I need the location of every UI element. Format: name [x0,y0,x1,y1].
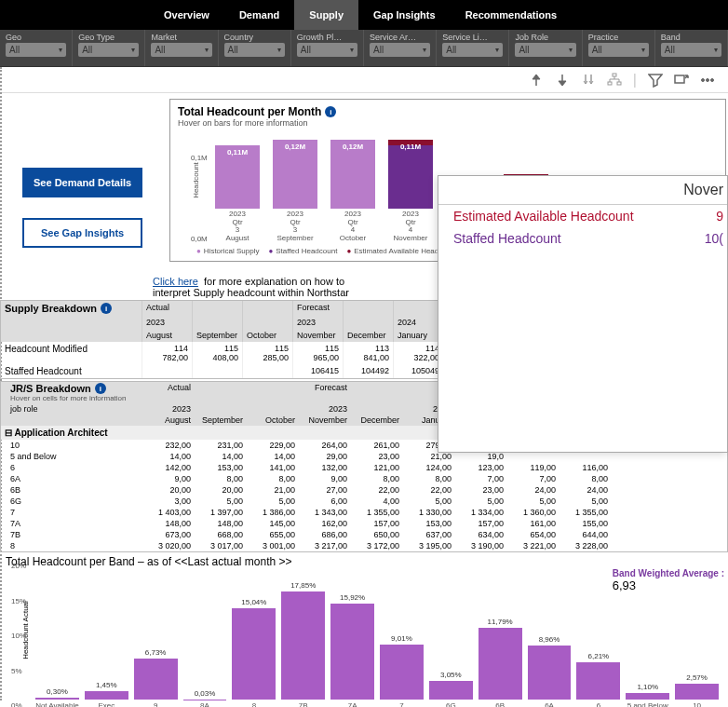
filter-serviceli[interactable]: All▾ [442,43,503,57]
month-bar[interactable]: 0,12M2023Qtr3September [273,140,317,243]
click-here-link[interactable]: Click here [153,276,198,287]
nav-supply[interactable]: Supply [294,0,358,30]
jrs-row[interactable]: 6G3,005,005,006,004,005,005,005,005,00 [1,496,727,507]
band-bar[interactable]: 9,01%7 [380,634,424,707]
drill-down-icon[interactable] [581,73,596,88]
svg-rect-4 [613,74,616,76]
jrs-row[interactable]: 6B20,0020,0021,0027,0022,0022,0023,0024,… [1,484,727,496]
filter-bar: Geo All▾Geo Type All▾Market All▾Country … [0,30,728,67]
svg-rect-6 [617,82,621,85]
band-bar[interactable]: 2,57%10 [675,673,719,707]
top-nav: OverviewDemandSupplyGap InsightsRecommen… [0,0,728,30]
nav-overview[interactable]: Overview [149,0,224,30]
tooltip-title: Nover [438,180,727,205]
jrs-row[interactable]: 6A9,008,008,009,008,008,007,007,008,00 [1,473,727,484]
svg-point-10 [711,78,714,81]
filter-servicear[interactable]: All▾ [370,43,430,57]
band-bar[interactable]: 15,92%7A [330,593,374,707]
expand-hierarchy-icon[interactable] [607,73,622,88]
chart-toolbar: | [0,67,728,93]
nav-gap-insights[interactable]: Gap Insights [358,0,451,30]
sort-desc-icon[interactable] [555,73,570,88]
svg-rect-5 [608,82,612,85]
jrs-row[interactable]: 7A148,00148,00145,00162,00157,00153,0015… [1,518,727,529]
band-bar[interactable]: 0,30%Not Available [35,687,79,707]
band-weighted-average: Band Weighted Average : 6,93 [613,568,724,592]
info-icon[interactable]: i [325,106,336,117]
chart1-subtitle: Hover on bars for more information [178,118,718,128]
filter-geo[interactable]: All▾ [6,43,66,57]
band-bar[interactable]: 17,85%7B [281,581,325,707]
band-bar[interactable]: 15,04%8 [232,598,276,707]
nav-recommendations[interactable]: Recommendations [451,0,572,30]
focus-mode-icon[interactable] [674,73,689,88]
band-bar[interactable]: 3,05%6G [429,671,473,707]
band-bar[interactable]: 1,45%Exec [85,681,128,707]
explain-text: Click here for more explanation on how t… [153,276,349,298]
filter-growthpl[interactable]: All▾ [297,43,357,57]
band-bar[interactable]: 1,10%5 and Below [626,683,669,707]
chart1-ylabel: Headcount [192,162,200,198]
month-bar[interactable]: 0,12M2023Qtr4October [330,140,375,243]
jrs-row[interactable]: 6142,00153,00141,00132,00121,00124,00123… [1,462,727,473]
svg-point-9 [707,78,709,81]
jrs-row[interactable]: 83 020,003 017,003 001,003 217,003 172,0… [1,540,727,551]
hover-tooltip: Nover Estimated Available Headcount9Staf… [438,175,728,453]
svg-point-8 [702,78,705,81]
jrs-row[interactable]: 71 403,001 397,001 386,001 343,001 355,0… [1,507,727,518]
filter-band[interactable]: All▾ [661,43,721,57]
filter-jobrole[interactable]: All▾ [515,43,575,57]
more-options-icon[interactable] [700,73,715,88]
band-bar[interactable]: 8,96%6A [528,635,572,707]
band-bar[interactable]: 0,03%8A [183,689,227,707]
svg-rect-7 [675,75,684,83]
jrs-row[interactable]: 7B673,00668,00655,00686,00650,00637,0063… [1,529,727,540]
nav-demand[interactable]: Demand [224,0,294,30]
see-gap-insights-button[interactable]: See Gap Insights [22,218,142,248]
filter-geotype[interactable]: All▾ [78,43,139,57]
band-bar[interactable]: 6,73%9 [134,648,178,707]
filter-market[interactable]: All▾ [151,43,211,57]
filter-practice[interactable]: All▾ [588,43,649,57]
band-bar[interactable]: 11,79%6B [479,618,522,707]
see-demand-details-button[interactable]: See Demand Details [22,168,142,197]
sort-asc-icon[interactable] [529,73,544,88]
band-bar[interactable]: 6,21%6 [576,652,620,707]
filter-icon[interactable] [648,73,663,88]
month-bar[interactable]: 0,11M2023Qtr4November [388,140,433,243]
filter-country[interactable]: All▾ [224,43,285,57]
month-bar[interactable]: 0,11M2023Qtr3August [215,145,260,243]
chart1-title: Total Headcount per Month [178,105,321,118]
